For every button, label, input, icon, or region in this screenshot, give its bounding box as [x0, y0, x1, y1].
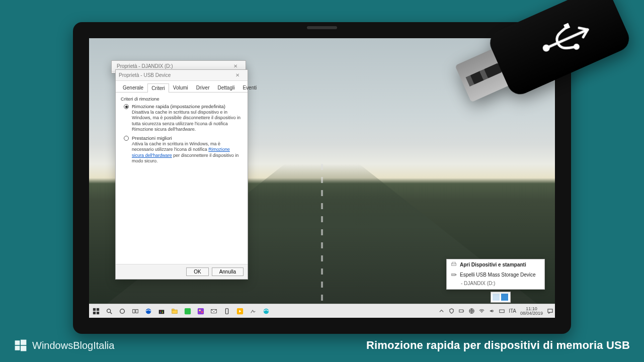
svg-rect-34: [499, 310, 504, 313]
svg-rect-16: [159, 310, 165, 314]
close-icon[interactable]: ✕: [230, 72, 245, 78]
wifi-icon[interactable]: [478, 308, 485, 314]
menu-label: Apri Dispositivi e stampanti: [460, 262, 526, 267]
svg-rect-8: [93, 311, 96, 314]
svg-rect-9: [97, 311, 99, 314]
menu-item-drive[interactable]: - DJANDIX (D:): [447, 280, 544, 289]
safely-remove-hardware-menu: Apri Dispositivi e stampanti Espelli USB…: [446, 259, 545, 290]
chevron-up-icon[interactable]: [438, 308, 444, 314]
security-icon[interactable]: [448, 308, 454, 314]
option-description: Attiva la cache in scrittura in Windows,…: [132, 141, 243, 164]
phone-icon[interactable]: [223, 307, 231, 315]
windows-logo-icon: [14, 339, 27, 352]
svg-rect-13: [133, 309, 135, 313]
cancel-button[interactable]: Annulla: [212, 267, 244, 276]
svg-rect-17: [160, 311, 161, 312]
svg-point-41: [573, 43, 581, 51]
taskbar-left: [91, 307, 270, 315]
close-icon[interactable]: ✕: [228, 63, 243, 69]
svg-rect-37: [547, 309, 552, 312]
svg-rect-45: [21, 346, 26, 351]
tab-dettagli[interactable]: Dettagli: [214, 83, 239, 92]
usb-drive-icon: [451, 272, 457, 278]
radio-icon: [124, 136, 129, 141]
brand-name: WindowsBlogItalia: [32, 340, 114, 351]
svg-point-39: [541, 43, 550, 52]
app-icon-grey[interactable]: [249, 307, 257, 315]
printer-icon: [451, 261, 457, 267]
svg-point-12: [120, 309, 125, 313]
dialog-button-row: OK Annulla: [116, 264, 248, 279]
image-caption: Rimozione rapida per dispositivi di memo…: [366, 339, 630, 352]
svg-rect-20: [162, 312, 163, 313]
svg-point-10: [107, 309, 111, 312]
radio-icon: [124, 104, 129, 109]
properties-dialog-usb-device: Proprietà - USB Device ✕ Generale Criter…: [115, 69, 248, 280]
explorer-icon[interactable]: [171, 307, 179, 315]
tab-criteri[interactable]: Criteri: [147, 83, 169, 93]
battery-icon[interactable]: [458, 308, 464, 314]
dialog-title: Proprietà - DJANDIX (D:): [117, 63, 173, 69]
video-icon[interactable]: [236, 307, 244, 315]
titlebar[interactable]: Proprietà - USB Device ✕: [116, 70, 248, 81]
svg-rect-18: [162, 311, 163, 312]
radio-rimozione-rapida[interactable]: Rimozione rapida (impostazione predefini…: [124, 104, 243, 109]
tab-generale[interactable]: Generale: [119, 83, 147, 92]
svg-point-26: [201, 311, 203, 313]
network-icon[interactable]: [468, 308, 474, 314]
svg-rect-6: [93, 308, 96, 310]
svg-rect-24: [198, 308, 204, 314]
svg-rect-3: [452, 262, 455, 264]
taskbar-right: ITA 11:10 08/04/2019: [438, 307, 553, 316]
svg-rect-32: [463, 311, 464, 312]
cortana-icon[interactable]: [118, 307, 126, 315]
option-description: Disattiva la cache in scrittura sul disp…: [132, 110, 243, 132]
svg-rect-14: [136, 309, 138, 313]
tab-eventi[interactable]: Eventi: [238, 83, 261, 92]
edge-dev-icon[interactable]: [262, 307, 270, 315]
language-indicator[interactable]: ITA: [509, 308, 516, 314]
svg-rect-23: [185, 308, 191, 314]
store-icon[interactable]: [157, 307, 166, 315]
tab-panel-criteri: Criteri di rimozione Rimozione rapida (i…: [116, 93, 248, 264]
start-button[interactable]: [92, 307, 100, 315]
svg-point-25: [199, 309, 201, 311]
tab-driver[interactable]: Driver: [192, 83, 214, 92]
tray-icon[interactable]: [493, 294, 500, 301]
desc-text: Attiva la cache in scrittura in Windows,…: [132, 141, 220, 152]
volume-icon[interactable]: [489, 308, 495, 314]
radio-label: Rimozione rapida (impostazione predefini…: [132, 104, 225, 109]
radio-label: Prestazioni migliori: [132, 135, 172, 141]
mail-icon[interactable]: [210, 307, 218, 315]
taskbar-clock[interactable]: 11:10 08/04/2019: [520, 307, 543, 316]
task-view-icon[interactable]: [131, 307, 139, 315]
keyboard-icon[interactable]: [499, 308, 505, 314]
svg-rect-42: [15, 340, 20, 345]
search-icon[interactable]: [105, 307, 113, 315]
svg-line-38: [546, 30, 588, 48]
tray-icon[interactable]: [501, 294, 508, 301]
tray-overflow[interactable]: [491, 292, 511, 303]
menu-item-open-devices[interactable]: Apri Dispositivi e stampanti: [447, 259, 544, 269]
app-icon-multicolor[interactable]: [197, 307, 205, 315]
svg-rect-4: [452, 274, 456, 276]
ok-button[interactable]: OK: [186, 267, 208, 276]
site-brand: WindowsBlogItalia: [14, 339, 114, 352]
clock-date: 08/04/2019: [520, 311, 543, 316]
edge-icon[interactable]: [144, 307, 152, 315]
svg-rect-43: [21, 340, 26, 345]
menu-item-eject-usb[interactable]: Espelli USB Mass Storage Device: [447, 269, 544, 280]
svg-line-11: [110, 312, 112, 314]
svg-rect-5: [455, 274, 456, 275]
app-icon-green[interactable]: [184, 307, 192, 315]
svg-rect-19: [160, 312, 161, 313]
svg-rect-31: [459, 310, 463, 312]
action-center-icon[interactable]: [547, 308, 553, 314]
svg-rect-7: [97, 308, 99, 310]
radio-prestazioni-migliori[interactable]: Prestazioni migliori: [124, 135, 243, 141]
tab-volumi[interactable]: Volumi: [169, 83, 192, 92]
svg-rect-22: [172, 309, 174, 310]
taskbar: ITA 11:10 08/04/2019: [89, 304, 555, 318]
tab-strip: Generale Criteri Volumi Driver Dettagli …: [116, 81, 248, 93]
svg-rect-44: [15, 346, 20, 350]
